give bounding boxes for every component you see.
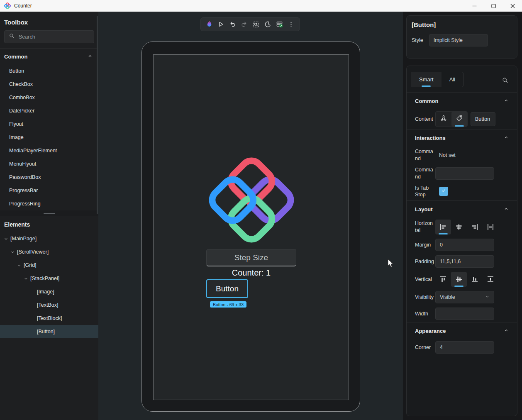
toolbox-item-menuflyout[interactable]: MenuFlyout [0, 157, 98, 171]
toolbox-scrollbar[interactable] [97, 16, 98, 214]
halign-right-toggle[interactable] [467, 220, 483, 234]
toolbox-item-progressbar[interactable]: ProgressBar [0, 184, 98, 197]
toolbox-search[interactable] [4, 30, 94, 43]
chevron-up-icon [504, 206, 509, 212]
toolbox-item-mediaplayerelement[interactable]: MediaPlayerElement [0, 144, 98, 157]
uno-logo-image[interactable] [208, 156, 295, 245]
step-size-textbox[interactable]: Step Size [206, 249, 296, 266]
selected-button[interactable]: Button [206, 279, 248, 298]
command-label: Command [415, 166, 434, 181]
toolbox-item-combobox[interactable]: ComboBox [0, 91, 98, 104]
margin-field[interactable]: 0 [435, 239, 494, 251]
tree-item-mainpage[interactable]: [MainPage] [0, 232, 98, 245]
search-input[interactable] [19, 34, 90, 40]
chevron-down-icon[interactable] [3, 236, 8, 241]
inspector-header-card: [Button] Style Implicit Style [406, 15, 517, 59]
design-toolbar [200, 17, 300, 31]
tag-icon [456, 115, 463, 124]
command-input-field[interactable] [435, 167, 494, 180]
toolbox-item-progressring[interactable]: ProgressRing [0, 197, 98, 210]
more-options-button[interactable] [286, 19, 297, 30]
chevron-up-icon [88, 54, 93, 60]
section-appearance[interactable]: Appearance [407, 322, 517, 339]
section-interactions[interactable]: Interactions [407, 129, 517, 146]
tree-item-label: [ScrollViewer] [17, 249, 49, 255]
toolbox-item-image[interactable]: Image [0, 131, 98, 144]
section-layout[interactable]: Layout [407, 201, 517, 217]
content-value-field[interactable]: Button [471, 112, 495, 126]
toolbox-item-checkbox[interactable]: CheckBox [0, 78, 98, 91]
play-button[interactable] [215, 19, 226, 30]
chevron-down-icon[interactable] [10, 249, 15, 254]
inspect-element-button[interactable] [251, 19, 261, 30]
left-panel: Toolbox Common ButtonCheckBoxComboBoxDat… [0, 12, 98, 420]
close-button[interactable] [503, 0, 522, 12]
align-left-icon [439, 223, 447, 231]
align-top-icon [439, 275, 447, 283]
minimize-button[interactable] [465, 0, 484, 12]
tree-item-textbox[interactable]: [TextBox] [0, 298, 98, 312]
inspector-body-card: Smart All Common Content [406, 66, 517, 416]
connection-status-button[interactable] [274, 19, 285, 30]
margin-label: Margin [415, 242, 434, 249]
counter-text: Counter: 1 [206, 268, 296, 278]
align-bottom-icon [471, 275, 479, 283]
chevron-up-icon [504, 328, 509, 334]
chevron-down-icon[interactable] [23, 276, 28, 281]
theme-toggle-button[interactable] [262, 19, 273, 30]
toolbox-item-passwordbox[interactable]: PasswordBox [0, 171, 98, 184]
undo-icon [229, 21, 236, 28]
section-common[interactable]: Common [407, 93, 517, 109]
panel-splitter[interactable] [0, 210, 98, 216]
halign-left-toggle[interactable] [435, 220, 451, 234]
command-value-text: Not set [439, 152, 456, 158]
redo-button[interactable] [239, 19, 250, 30]
valign-center-toggle[interactable] [451, 272, 467, 287]
properties-search-icon[interactable] [502, 77, 509, 85]
tree-item-label: [Button] [37, 329, 55, 335]
padding-field[interactable]: 11,5,11,6 [435, 255, 494, 268]
chevron-up-icon [504, 98, 509, 104]
content-mode-toggle [435, 111, 468, 127]
valign-top-toggle[interactable] [435, 272, 451, 287]
style-field[interactable]: Implicit Style [429, 34, 488, 46]
width-field[interactable] [435, 308, 494, 320]
tab-all[interactable]: All [442, 72, 463, 87]
chevron-down-icon[interactable] [17, 263, 22, 268]
hot-design-button[interactable] [204, 19, 215, 30]
corner-field[interactable]: 4 [435, 341, 494, 354]
toolbox-section-common[interactable]: Common [0, 49, 98, 64]
undo-button[interactable] [227, 19, 238, 30]
toolbox-item-datepicker[interactable]: DatePicker [0, 104, 98, 117]
visibility-dropdown[interactable]: Visible [435, 291, 494, 303]
tab-smart[interactable]: Smart [411, 72, 442, 87]
chevron-down-icon [485, 294, 490, 300]
valign-bottom-toggle[interactable] [467, 272, 483, 287]
titlebar: Counter [0, 0, 522, 12]
halign-stretch-toggle[interactable] [483, 220, 498, 234]
tree-item-scrollviewer[interactable]: [ScrollViewer] [0, 245, 98, 259]
toolbox-item-button[interactable]: Button [0, 64, 98, 78]
content-binding-toggle[interactable] [436, 112, 451, 127]
tree-item-grid[interactable]: [Grid] [0, 259, 98, 272]
tree-item-image[interactable]: [Image] [0, 285, 98, 298]
tree-item-label: [Image] [37, 289, 54, 295]
corner-label: Corner [415, 344, 434, 351]
is-tab-stop-checkbox[interactable] [439, 187, 448, 196]
toolbox-item-flyout[interactable]: Flyout [0, 117, 98, 131]
search-icon [9, 33, 15, 41]
tree-item-label: [Grid] [24, 262, 37, 268]
play-icon [217, 21, 224, 28]
window-title: Counter [14, 3, 32, 9]
content-literal-toggle[interactable] [451, 112, 467, 127]
align-stretch-v-icon [486, 275, 495, 283]
tree-item-label: [TextBox] [37, 302, 58, 308]
tree-item-textblock[interactable]: [TextBlock] [0, 312, 98, 325]
device-frame: Step Size Counter: 1 Button Button - 69 … [141, 42, 360, 412]
tree-item-stackpanel[interactable]: [StackPanel] [0, 272, 98, 285]
valign-stretch-toggle[interactable] [483, 272, 498, 287]
maximize-button[interactable] [484, 0, 503, 12]
tree-item-button[interactable]: [Button] [0, 325, 98, 338]
halign-center-toggle[interactable] [451, 220, 467, 234]
visibility-label: Visibility [415, 294, 434, 301]
